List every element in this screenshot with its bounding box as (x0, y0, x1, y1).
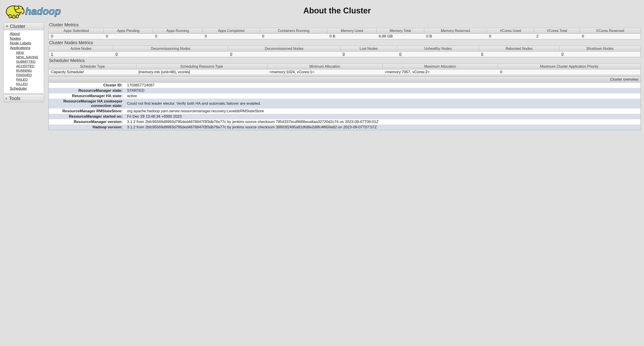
section-title-nodes-metrics: Cluster Nodes Metrics (49, 40, 641, 45)
nodes-count-link[interactable]: 0 (481, 52, 483, 56)
table-header: Scheduler Type (49, 64, 136, 69)
overview-value: 1703857714087 (125, 83, 640, 88)
overview-value: 3.1.2 from 2bfc95569d9993d795ded4878847f… (125, 125, 640, 130)
overview-header: Cluster overview (49, 77, 640, 83)
table-cell: 0 (580, 34, 640, 39)
table-cell: 0 (487, 34, 534, 39)
main-content: Cluster Metrics Apps SubmittedApps Pendi… (48, 22, 641, 130)
nodes-count-link[interactable]: 0 (399, 52, 402, 56)
sidebar-header-tools[interactable]: Tools (4, 95, 44, 102)
nav-app-state-accepted[interactable]: ACCEPTED (16, 64, 34, 68)
overview-key: ResourceManager state: (49, 88, 125, 93)
nav-about[interactable]: About (10, 32, 20, 36)
table-header: Active Nodes (49, 46, 113, 52)
overview-value: Fri Dec 29 13:48:34 +0000 2023 (125, 114, 640, 119)
overview-row: ResourceManager started on:Fri Dec 29 13… (49, 114, 640, 119)
table-header: Decommissioning Nodes (113, 46, 228, 52)
overview-row: ResourceManager state:STARTED (49, 88, 640, 93)
table-header: Apps Running (153, 28, 202, 34)
table-cell: 0 (260, 34, 327, 39)
nav-app-state-running[interactable]: RUNNING (16, 69, 32, 72)
table-cell: 0 (228, 52, 340, 57)
nodes-metrics-table: Active NodesDecommissioning NodesDecommi… (48, 46, 641, 57)
page-title: About the Cluster (74, 6, 641, 15)
nodes-count-link[interactable]: 1 (51, 52, 53, 56)
table-cell: Capacity Scheduler (49, 69, 136, 75)
overview-value: org.apache.hadoop.yarn.server.resourcema… (125, 109, 640, 114)
table-cell: 0 (397, 52, 479, 57)
table-cell: 0 (559, 52, 641, 57)
table-header: Lost Nodes (340, 46, 397, 52)
table-header: Apps Completed (202, 28, 260, 34)
overview-row: ResourceManager version:3.1.2 from 2bfc9… (49, 119, 640, 125)
table-cell: 1 (49, 52, 113, 57)
overview-value: STARTED (125, 88, 640, 93)
nav-app-state-new_saving[interactable]: NEW_SAVING (16, 55, 38, 59)
nav-app-state-finished[interactable]: FINISHED (16, 73, 32, 77)
nav-app-state-failed[interactable]: FAILED (16, 77, 28, 81)
nodes-count-link[interactable]: 0 (116, 52, 118, 56)
table-header: Memory Reserved (424, 28, 487, 34)
nodes-count-link[interactable]: 0 (562, 52, 564, 56)
table-cell: 2 (534, 34, 580, 39)
nodes-count-link[interactable]: 0 (230, 52, 232, 56)
overview-table: Cluster ID:1703857714087ResourceManager … (49, 83, 640, 130)
table-cell: [memory-mb (unit=Mi), vcores] (136, 69, 267, 75)
nav-scheduler[interactable]: Scheduler (10, 86, 27, 91)
table-header: Maximum Cluster Application Priority (498, 64, 641, 69)
cluster-metrics-table: Apps SubmittedApps PendingApps RunningAp… (48, 28, 641, 39)
overview-row: Hadoop version:3.1.2 from 2bfc95569d9993… (49, 125, 640, 130)
table-header: VCores Used (487, 28, 534, 34)
chevron-down-icon (6, 26, 8, 27)
overview-row: ResourceManager HA state:active (49, 93, 640, 99)
table-cell: 0 (113, 52, 228, 57)
nav-app-state-new[interactable]: NEW (16, 51, 24, 54)
table-header: Apps Submitted (49, 28, 104, 34)
nav-app-state-killed[interactable]: KILLED (16, 82, 28, 86)
sidebar-section-tools: Tools (3, 94, 44, 102)
table-cell: 0 (340, 52, 397, 57)
overview-row: ResourceManager HA zookeeper connection … (49, 99, 640, 109)
overview-key: Hadoop version: (49, 125, 125, 130)
table-header: Memory Total (376, 28, 424, 34)
table-header: Decommissioned Nodes (228, 46, 340, 52)
nav-nodes[interactable]: Nodes (10, 36, 21, 41)
sidebar-body-cluster: About Nodes Node Labels Applications NEW… (4, 30, 44, 93)
table-cell: 0 (153, 34, 202, 39)
table-cell: 0 B (424, 34, 487, 39)
table-header: Rebooted Nodes (479, 46, 559, 52)
sidebar-section-cluster: Cluster About Nodes Node Labels Applicat… (3, 22, 44, 94)
svg-rect-4 (13, 15, 15, 18)
table-header: Shutdown Nodes (559, 46, 641, 52)
table-header: Unhealthy Nodes (397, 46, 479, 52)
overview-value: 3.1.2 from 2bfc95569d9993d795ded4878847f… (125, 119, 640, 125)
table-cell: <memory:1024, vCores:1> (267, 69, 382, 75)
table-cell: 0 B (327, 34, 376, 39)
nav-node-labels[interactable]: Node Labels (10, 41, 31, 45)
table-cell: 0 (479, 52, 559, 57)
chevron-right-icon (6, 97, 7, 100)
table-header: VCores Reserved (580, 28, 640, 34)
table-header: VCores Total (534, 28, 580, 34)
overview-key: ResourceManager HA zookeeper connection … (49, 99, 125, 109)
nav-applications[interactable]: Applications (10, 46, 30, 50)
table-header: Minimum Allocation (267, 64, 382, 69)
page-header: hadoop About the Cluster (3, 2, 641, 19)
table-cell: 0 (104, 34, 153, 39)
sidebar-header-label: Cluster (10, 23, 26, 29)
overview-row: ResourceManager RMStateStore:org.apache.… (49, 109, 640, 114)
overview-key: ResourceManager version: (49, 119, 125, 125)
sidebar-header-cluster[interactable]: Cluster (4, 22, 44, 30)
hadoop-logo[interactable]: hadoop (3, 2, 74, 19)
overview-value: active (125, 93, 640, 99)
table-header: Apps Pending (104, 28, 153, 34)
table-cell: 0 (498, 69, 641, 75)
sidebar: Cluster About Nodes Node Labels Applicat… (3, 22, 44, 130)
scheduler-metrics-table: Scheduler TypeScheduling Resource TypeMi… (48, 64, 641, 75)
table-header: Memory Used (327, 28, 376, 34)
overview-key: ResourceManager started on: (49, 114, 125, 119)
overview-key: Cluster ID: (49, 83, 125, 88)
overview-row: Cluster ID:1703857714087 (49, 83, 640, 88)
nodes-count-link[interactable]: 0 (342, 52, 344, 56)
nav-app-state-submitted[interactable]: SUBMITTED (16, 60, 36, 63)
